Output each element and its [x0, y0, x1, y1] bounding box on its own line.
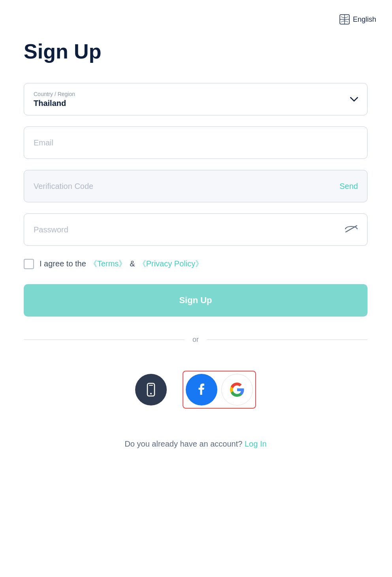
language-icon — [339, 14, 350, 25]
form-container: Country / Region Thailand Send — [24, 83, 368, 449]
divider-line-right — [207, 339, 368, 340]
phone-login-button[interactable] — [135, 374, 167, 405]
password-group — [24, 213, 368, 246]
i-agree-label: I agree to the — [40, 259, 86, 268]
send-code-button[interactable]: Send — [339, 182, 358, 191]
ampersand: & — [130, 259, 135, 268]
chevron-down-icon — [350, 95, 358, 104]
facebook-login-button[interactable] — [186, 374, 217, 405]
login-link[interactable]: Log In — [245, 439, 267, 448]
google-login-button[interactable] — [221, 374, 253, 405]
country-select[interactable]: Country / Region Thailand — [24, 83, 368, 115]
verification-group: Send — [24, 170, 368, 202]
country-label: Country / Region — [34, 91, 358, 97]
divider-row: or — [24, 336, 368, 344]
agreement-text: I agree to the 《Terms》 & 《Privacy Policy… — [40, 258, 203, 269]
agreement-checkbox[interactable] — [24, 259, 34, 269]
social-highlighted-group — [183, 371, 256, 409]
eye-toggle-icon[interactable] — [345, 224, 358, 235]
have-account-text: Do you already have an account? — [124, 439, 242, 448]
password-field[interactable] — [24, 213, 368, 246]
country-value: Thailand — [34, 99, 358, 108]
language-selector[interactable]: English — [339, 14, 376, 25]
svg-point-5 — [150, 393, 152, 394]
email-field[interactable] — [24, 126, 368, 159]
terms-link[interactable]: 《Terms》 — [89, 258, 126, 269]
verification-code-field[interactable] — [24, 170, 368, 202]
page-title: Sign Up — [24, 40, 368, 63]
page-container: English Sign Up Country / Region Thailan… — [0, 0, 392, 577]
social-buttons — [24, 371, 368, 409]
divider-text: or — [192, 336, 199, 344]
login-row: Do you already have an account? Log In — [24, 439, 368, 449]
privacy-policy-link[interactable]: 《Privacy Policy》 — [138, 258, 203, 269]
language-label: English — [353, 15, 376, 24]
agreement-row: I agree to the 《Terms》 & 《Privacy Policy… — [24, 258, 368, 269]
country-region-group: Country / Region Thailand — [24, 83, 368, 115]
divider-line-left — [24, 339, 185, 340]
signup-button[interactable]: Sign Up — [24, 284, 368, 317]
email-group — [24, 126, 368, 159]
